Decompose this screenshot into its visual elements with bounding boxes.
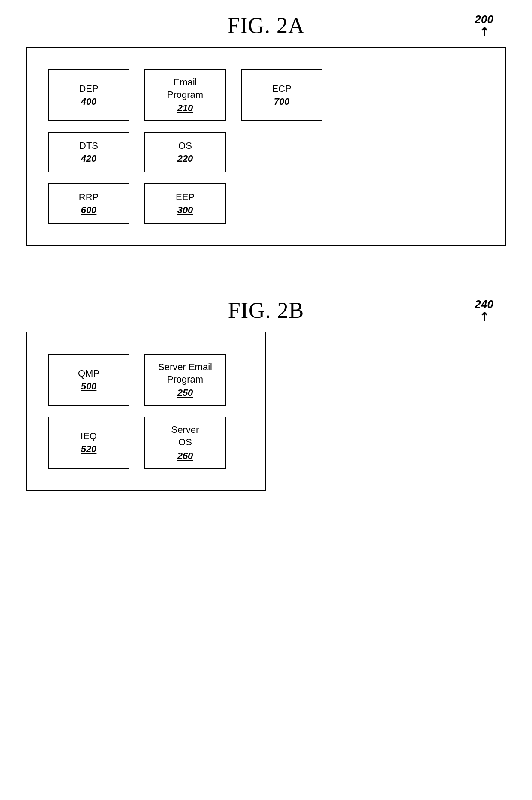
ieq-label: IEQ <box>81 431 97 442</box>
dep-id: 400 <box>81 96 97 107</box>
email-program-box: Email Program 210 <box>144 69 226 121</box>
fig2a-ref-number: 200 <box>475 13 493 26</box>
fig2a-section: FIG. 2A 200 ↘ DEP 400 Email Program 210 … <box>26 13 506 272</box>
server-email-program-label: Server Email Program <box>158 361 212 386</box>
server-email-program-box: Server Email Program 250 <box>144 354 226 406</box>
server-os-id: 260 <box>177 450 193 462</box>
fig2a-title-row: FIG. 2A 200 ↘ <box>26 13 506 42</box>
rrp-box: RRP 600 <box>48 183 129 224</box>
fig2b-arrow-icon: ↘ <box>476 309 492 325</box>
ieq-box: IEQ 520 <box>48 417 129 468</box>
ecp-label: ECP <box>272 83 291 94</box>
rrp-id: 600 <box>81 205 97 216</box>
os-id: 220 <box>177 153 193 164</box>
email-program-id: 210 <box>177 103 193 114</box>
fig2a-diagram: DEP 400 Email Program 210 ECP 700 DTS 42… <box>26 47 506 246</box>
fig2a-grid: DEP 400 Email Program 210 ECP 700 DTS 42… <box>39 65 331 228</box>
rrp-label: RRP <box>79 192 99 203</box>
eep-label: EEP <box>176 192 195 203</box>
qmp-box: QMP 500 <box>48 354 129 406</box>
fig2b-ref-number: 240 <box>475 298 493 311</box>
fig2b-diagram: QMP 500 Server Email Program 250 IEQ 520… <box>26 332 266 491</box>
os-box: OS 220 <box>144 132 226 172</box>
dep-label: DEP <box>79 83 98 94</box>
dts-label: DTS <box>79 140 98 151</box>
empty-cell-r2c3 <box>241 132 322 172</box>
server-email-program-id: 250 <box>177 387 193 398</box>
fig2b-ref-badge: 240 ↘ <box>475 298 493 323</box>
fig2b-grid: QMP 500 Server Email Program 250 IEQ 520… <box>39 350 234 473</box>
ecp-id: 700 <box>274 96 290 107</box>
dts-id: 420 <box>81 153 97 164</box>
dep-box: DEP 400 <box>48 69 129 121</box>
fig2b-section: FIG. 2B 240 ↘ QMP 500 Server Email Progr… <box>26 298 506 516</box>
fig2b-title: FIG. 2B <box>228 298 304 323</box>
fig2a-ref-badge: 200 ↘ <box>475 13 493 38</box>
fig2b-title-row: FIG. 2B 240 ↘ <box>26 298 506 327</box>
fig2a-title: FIG. 2A <box>227 13 304 38</box>
dts-box: DTS 420 <box>48 132 129 172</box>
qmp-id: 500 <box>81 381 97 392</box>
ieq-id: 520 <box>81 444 97 455</box>
qmp-label: QMP <box>78 368 99 379</box>
eep-id: 300 <box>177 205 193 216</box>
email-program-label: Email Program <box>167 76 203 101</box>
ecp-box: ECP 700 <box>241 69 322 121</box>
empty-cell-r3c3 <box>241 183 322 224</box>
os-label: OS <box>178 140 192 151</box>
eep-box: EEP 300 <box>144 183 226 224</box>
server-os-box: Server OS 260 <box>144 417 226 468</box>
server-os-label: Server OS <box>171 424 199 448</box>
fig2a-arrow-icon: ↘ <box>476 24 492 40</box>
